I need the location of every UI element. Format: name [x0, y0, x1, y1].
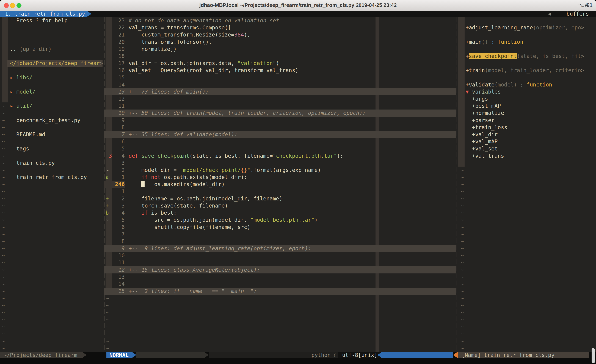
code-line[interactable]: 10: [104, 252, 456, 259]
tagbar-item[interactable]: +train_loss: [458, 124, 596, 131]
code-line[interactable]: 246 os.makedirs(model_dir): [104, 181, 456, 188]
code-line[interactable]: 9: [104, 117, 456, 124]
empty-line-tilde: ~: [0, 167, 104, 174]
command-line[interactable]: [0, 358, 596, 364]
code-line[interactable]: 11: [104, 102, 456, 109]
code-line[interactable]: b4 if is_best:: [104, 209, 456, 216]
code-line[interactable]: 17val_dir = os.path.join(args.data, "val…: [104, 60, 456, 67]
position-segment: 86% ≡ 246/284LN : 5: [382, 352, 453, 358]
line-number: 15: [112, 74, 125, 81]
code-line[interactable]: 3: [104, 160, 456, 167]
code-line[interactable]: a1 if not os.path.exists(model_dir):: [104, 174, 456, 181]
nerdtree-item[interactable]: ▸ libs/: [0, 74, 103, 81]
tagbar-item[interactable]: +validate(model) : function: [458, 81, 596, 88]
sign-column: [105, 60, 112, 67]
tagbar-item[interactable]: +args: [458, 95, 596, 102]
code-line[interactable]: _34def save_checkpoint(state, is_best, f…: [104, 153, 456, 160]
code-line[interactable]: 11: [104, 259, 456, 266]
tagbar-item[interactable]: +val_trans: [458, 153, 596, 160]
folded-code-line[interactable]: 7+-- 35 lines: def validate(model):: [104, 131, 456, 138]
tagbar-item[interactable]: +best_mAP: [458, 102, 596, 109]
code-line[interactable]: 6: [104, 138, 456, 145]
tagbar-item[interactable]: +parser: [458, 117, 596, 124]
tagbar-item[interactable]: +val_dir: [458, 131, 596, 138]
tab-train-retr-from-cls[interactable]: 1. train_retr_from_cls.py: [0, 11, 87, 17]
code-line[interactable]: ~2 model_dir = "model/check_point/{}".fo…: [104, 167, 456, 174]
code-line[interactable]: 14: [104, 81, 456, 88]
window-separator-right[interactable]: [457, 17, 457, 352]
empty-line-tilde: ~: [458, 188, 596, 195]
sign-column: [105, 24, 112, 31]
code-line[interactable]: 8: [104, 124, 456, 131]
sign-column: [105, 102, 112, 109]
tagbar-item[interactable]: ▼ variables: [458, 88, 596, 95]
tagbar-item[interactable]: +main() : function: [458, 38, 596, 45]
code-line[interactable]: 12: [104, 95, 456, 102]
code-line[interactable]: ~5 src = os.path.join(model_dir, "model_…: [104, 216, 456, 224]
code-line[interactable]: 22val_trans = transforms.Compose([: [104, 24, 456, 31]
folded-code-line[interactable]: 13+-- 73 lines: def main():: [104, 88, 456, 95]
folded-code-line[interactable]: 9+-- 9 lines: def adjust_learning_rate(o…: [104, 245, 456, 252]
buffers-left-triangle-icon: ◀: [548, 11, 551, 17]
line-number: 18: [112, 53, 125, 60]
code-pane[interactable]: 23# do not do data augmentation on valid…: [104, 17, 456, 352]
code-line[interactable]: 15: [104, 74, 456, 81]
empty-line-tilde: ~: [104, 338, 459, 345]
sign-column: [105, 281, 112, 288]
window-shortcut-badge: ⌥⌘1: [578, 0, 593, 10]
nerdtree-root-path[interactable]: </jdhao/Projects/deep_firear>: [0, 60, 103, 67]
code-line[interactable]: 23# do not do data augmentation on valid…: [104, 17, 456, 24]
line-number: 2: [112, 167, 125, 174]
code-line[interactable]: 18: [104, 53, 456, 60]
tagbar-item[interactable]: +val_set: [458, 145, 596, 152]
sign-column-mark: ~: [105, 167, 112, 174]
line-number: 17: [112, 60, 125, 67]
fold-summary-text: +-- 15 lines: class AverageMeter(object)…: [129, 267, 260, 273]
empty-line-tilde: ~: [0, 181, 104, 188]
code-line[interactable]: 1: [104, 188, 456, 195]
code-line[interactable]: 13: [104, 273, 456, 281]
nerdtree-item[interactable]: " Press ? for help: [0, 17, 103, 24]
empty-line-tilde: ~: [0, 273, 104, 281]
folded-code-line[interactable]: 10+-- 50 lines: def train(model, train_l…: [104, 109, 456, 116]
line-number: 12: [112, 95, 125, 102]
filetype-label: python: [312, 352, 331, 358]
folded-code-line[interactable]: 12+-- 15 lines: class AverageMeter(objec…: [104, 266, 456, 273]
tagbar-item[interactable]: +save_checkpoint(state, is_best, fil>: [458, 53, 596, 60]
sign-column: [105, 117, 112, 124]
nerdtree-item[interactable]: .. (up a dir): [0, 45, 103, 53]
line-number: 1: [112, 188, 125, 195]
macos-titlebar: jdhao-MBP.local ~/Projects/deep_firearm/…: [0, 0, 596, 11]
line-number: 2: [112, 195, 125, 202]
code-line[interactable]: 6 shutil.copyfile(filename, src): [104, 224, 456, 231]
code-line[interactable]: +2 filename = os.path.join(model_dir, fi…: [104, 195, 456, 202]
code-line[interactable]: +3 torch.save(state, filename): [104, 202, 456, 209]
line-number: 5: [112, 216, 125, 224]
folded-code-line[interactable]: 15+-- 2 lines: if __name__ == "__main__"…: [104, 288, 456, 295]
tagbar-item[interactable]: +val_mAP: [458, 138, 596, 145]
sign-column: [105, 53, 112, 60]
code-line[interactable]: 21 custom_transform.Resize(size=384),: [104, 31, 456, 38]
empty-line-tilde: ~: [0, 195, 104, 202]
line-number: 14: [112, 81, 125, 88]
empty-line-tilde: ~: [458, 309, 596, 316]
empty-line-tilde: ~: [104, 295, 459, 302]
mode-indicator: NORMAL: [106, 352, 132, 358]
code-line[interactable]: 14: [104, 281, 456, 288]
code-line[interactable]: 20 transforms.ToTensor(),: [104, 38, 456, 45]
tagbar-item[interactable]: +normalize: [458, 109, 596, 116]
code-line[interactable]: 8: [104, 238, 456, 245]
scrollbar-thumb[interactable]: [592, 348, 595, 363]
tagbar-item[interactable]: +adjust_learning_rate(optimizer, epo>: [458, 24, 596, 31]
empty-line-tilde: ~: [0, 323, 104, 330]
nerdtree-item[interactable]: ▸ model/: [0, 88, 103, 95]
tagbar-item[interactable]: +train(model, train_loader, criterio>: [458, 67, 596, 74]
code-line[interactable]: 5: [104, 145, 456, 152]
empty-line-tilde: ~: [0, 245, 104, 252]
code-line[interactable]: 7: [104, 231, 456, 238]
code-line[interactable]: 19 normalize]): [104, 45, 456, 53]
empty-line-tilde: ~: [458, 288, 596, 295]
code-line[interactable]: 16val_set = QuerySet(root=val_dir, trans…: [104, 67, 456, 74]
empty-line-tilde: ~: [0, 202, 104, 209]
sign-column: [105, 266, 112, 273]
